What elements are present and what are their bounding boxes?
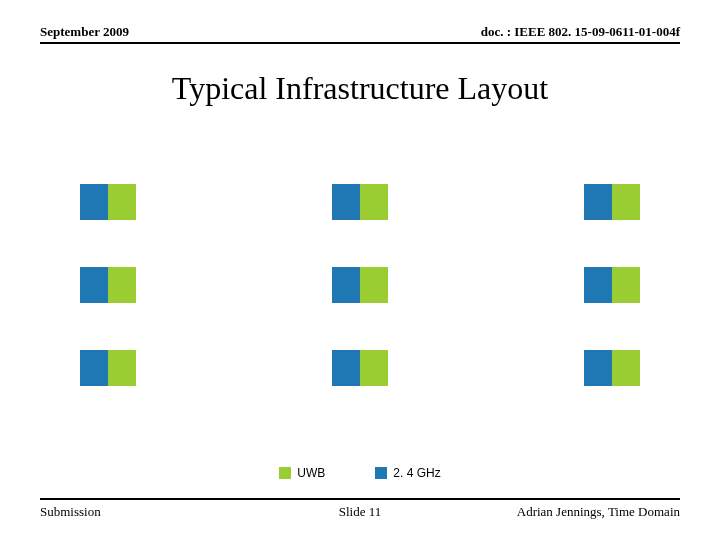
node-uwb-icon xyxy=(612,267,640,303)
node-2_4ghz-icon xyxy=(332,267,360,303)
node xyxy=(80,350,136,386)
node-uwb-icon xyxy=(360,350,388,386)
header-date: September 2009 xyxy=(40,24,129,40)
node xyxy=(584,350,640,386)
header-doc-id: doc. : IEEE 802. 15-09-0611-01-004f xyxy=(481,24,680,40)
node-2_4ghz-icon xyxy=(332,350,360,386)
node-2_4ghz-icon xyxy=(584,267,612,303)
node-2_4ghz-icon xyxy=(80,267,108,303)
legend-item-uwb: UWB xyxy=(279,466,325,480)
node-2_4ghz-icon xyxy=(584,350,612,386)
node-uwb-icon xyxy=(360,184,388,220)
node xyxy=(332,267,388,303)
node-uwb-icon xyxy=(108,267,136,303)
node-uwb-icon xyxy=(108,350,136,386)
legend-item-2_4ghz: 2. 4 GHz xyxy=(375,466,440,480)
node xyxy=(80,267,136,303)
slide-title: Typical Infrastructure Layout xyxy=(0,70,720,107)
node-2_4ghz-icon xyxy=(584,184,612,220)
slide: September 2009 doc. : IEEE 802. 15-09-06… xyxy=(0,0,720,540)
node-grid xyxy=(80,160,640,410)
node-uwb-icon xyxy=(612,184,640,220)
node xyxy=(584,184,640,220)
slide-footer: Submission Slide 11 Adrian Jennings, Tim… xyxy=(40,498,680,520)
node-2_4ghz-icon xyxy=(80,184,108,220)
node-uwb-icon xyxy=(612,350,640,386)
legend-uwb-label: UWB xyxy=(297,466,325,480)
legend-uwb-swatch-icon xyxy=(279,467,291,479)
legend-2_4ghz-label: 2. 4 GHz xyxy=(393,466,440,480)
footer-author: Adrian Jennings, Time Domain xyxy=(517,504,680,520)
node xyxy=(332,350,388,386)
node-uwb-icon xyxy=(108,184,136,220)
node xyxy=(332,184,388,220)
node-uwb-icon xyxy=(360,267,388,303)
slide-header: September 2009 doc. : IEEE 802. 15-09-06… xyxy=(40,24,680,44)
node xyxy=(584,267,640,303)
footer-left: Submission xyxy=(40,504,101,520)
node xyxy=(80,184,136,220)
node-2_4ghz-icon xyxy=(332,184,360,220)
legend-2_4ghz-swatch-icon xyxy=(375,467,387,479)
node-2_4ghz-icon xyxy=(80,350,108,386)
legend: UWB 2. 4 GHz xyxy=(0,466,720,480)
